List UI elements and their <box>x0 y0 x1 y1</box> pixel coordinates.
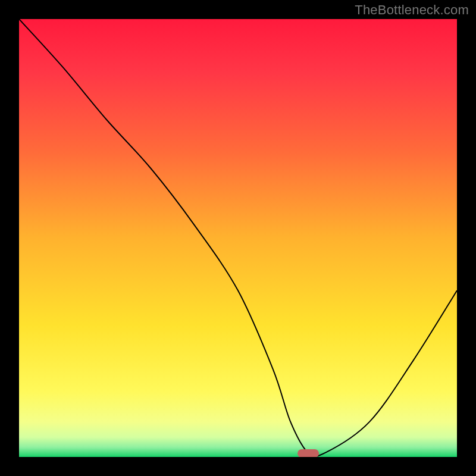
plot-area <box>19 19 457 457</box>
optimal-point-marker <box>298 449 319 457</box>
watermark-text: TheBottleneck.com <box>355 2 469 18</box>
chart-frame: TheBottleneck.com <box>0 0 476 476</box>
bottleneck-curve <box>19 19 457 457</box>
